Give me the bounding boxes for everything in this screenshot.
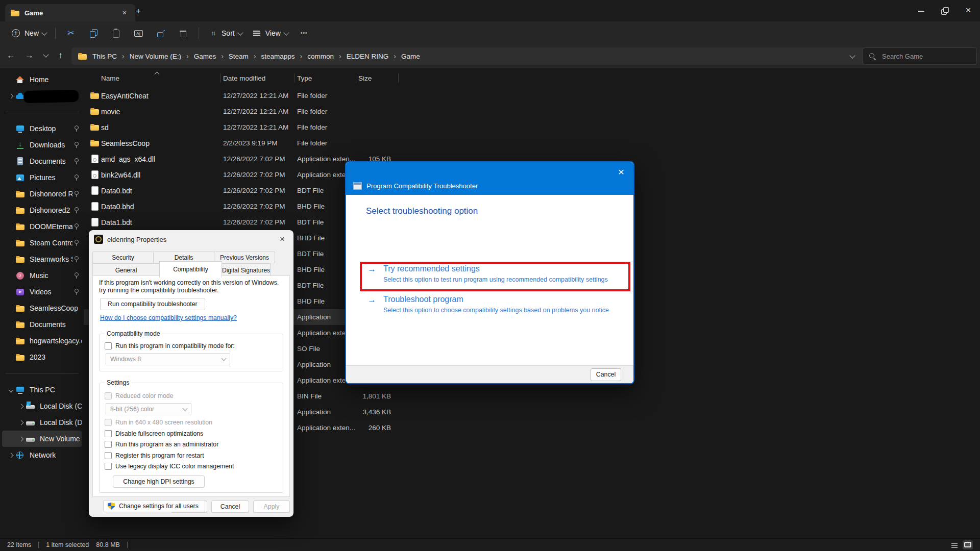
- column-header-name[interactable]: Name: [101, 74, 223, 82]
- file-name: Data0.bhd: [101, 203, 223, 211]
- breadcrumb-item[interactable]: Steam: [229, 52, 261, 60]
- SeamlessCoop[interactable]: SeamlessCoop 2/2/2023 9:19 PM File folde…: [84, 135, 397, 151]
- close-icon[interactable]: [276, 233, 288, 245]
- run-troubleshooter-button[interactable]: Run compatibility troubleshooter: [100, 298, 205, 310]
- column-header-size[interactable]: Size: [358, 74, 391, 82]
- breadcrumb-item[interactable]: Game: [401, 53, 420, 60]
- rename-button[interactable]: [127, 24, 150, 42]
- column-header-type[interactable]: Type: [297, 74, 358, 82]
- checkbox[interactable]: [105, 342, 112, 349]
- sidebar-item[interactable]: New Volume (E:): [2, 431, 82, 447]
- sidebar-item[interactable]: Local Disk (C:): [2, 398, 82, 414]
- sidebar-item[interactable]: SeamlessCoop: [2, 300, 82, 316]
- troubleshooter-option[interactable]: Try recommended settings Select this opt…: [368, 264, 609, 283]
- more-button[interactable]: [293, 24, 315, 42]
- checkbox[interactable]: [105, 452, 112, 459]
- cut-button[interactable]: [60, 24, 82, 42]
- sidebar-item[interactable]: Network: [2, 447, 82, 463]
- checkbox[interactable]: [105, 463, 112, 470]
- sidebar-item-label: DOOMEternal: [30, 222, 72, 231]
- delete-button[interactable]: [172, 24, 194, 42]
- breadcrumb-item[interactable]: This PC: [92, 52, 130, 60]
- sidebar-item[interactable]: Pictures: [2, 169, 82, 186]
- expand-chevron-icon[interactable]: [8, 453, 13, 458]
- EasyAntiCheat[interactable]: EasyAntiCheat 12/27/2022 12:21 AM File f…: [84, 88, 397, 104]
- properties-tab[interactable]: Compatibility: [159, 261, 222, 278]
- file-icon: [90, 170, 100, 180]
- search-input[interactable]: [881, 52, 960, 61]
- breadcrumb-item[interactable]: Games: [194, 52, 229, 60]
- file-name: Data1.bdt: [101, 218, 223, 227]
- troubleshooter-option[interactable]: Troubleshoot program Select this option …: [368, 295, 609, 314]
- sidebar-item[interactable]: Steamworks Sha: [2, 251, 82, 267]
- sidebar-item[interactable]: Desktop: [2, 120, 82, 137]
- checkbox[interactable]: [105, 441, 112, 448]
- tab-game[interactable]: Game: [5, 4, 135, 21]
- reduced-color-checkbox-row: Reduced color mode: [105, 392, 278, 399]
- expand-chevron-icon[interactable]: [18, 404, 23, 409]
- movie[interactable]: movie 12/27/2022 12:21 AM File folder: [84, 104, 397, 119]
- cut-icon: [66, 28, 76, 38]
- sidebar-item[interactable]: DOOMEternal: [2, 218, 82, 235]
- file-date: 12/26/2022 7:02 PM: [223, 155, 297, 163]
- sidebar-item-label: Downloads: [30, 141, 72, 149]
- new-button[interactable]: New: [6, 24, 51, 42]
- sidebar-item[interactable]: Videos: [2, 284, 82, 300]
- sidebar-item[interactable]: Local Disk (D:): [2, 414, 82, 431]
- 640x480-checkbox-row: Run in 640 x 480 screen resolution: [105, 419, 278, 426]
- sort-button[interactable]: Sort: [203, 24, 247, 42]
- minimize-button[interactable]: [910, 0, 933, 21]
- expand-chevron-icon[interactable]: [18, 420, 23, 425]
- recent-locations-button[interactable]: [38, 47, 54, 63]
- sidebar-item[interactable]: Documents: [2, 153, 82, 169]
- copy-button[interactable]: [82, 24, 105, 42]
- back-button[interactable]: ←: [3, 47, 19, 63]
- properties-tab[interactable]: General: [92, 263, 160, 277]
- column-header-date[interactable]: Date modified: [223, 74, 297, 82]
- properties-tab[interactable]: Security: [92, 252, 154, 263]
- breadcrumb-item[interactable]: ELDEN RING: [347, 52, 401, 60]
- paste-button[interactable]: [105, 24, 127, 42]
- sidebar-item[interactable]: Dishonored RHC: [2, 186, 82, 202]
- breadcrumb-item[interactable]: common: [307, 52, 346, 60]
- forward-button[interactable]: →: [21, 47, 37, 63]
- close-icon[interactable]: [614, 165, 628, 180]
- change-dpi-button[interactable]: Change high DPI settings: [113, 475, 205, 488]
- sidebar-item[interactable]: Home: [2, 71, 82, 88]
- sidebar-item[interactable]: [2, 365, 82, 382]
- address-dropdown-icon[interactable]: [849, 53, 855, 58]
- share-button[interactable]: [150, 24, 172, 42]
- sidebar-item[interactable]: Downloads: [2, 137, 82, 153]
- pin-icon: [72, 125, 80, 132]
- sidebar-item[interactable]: 2023: [2, 349, 82, 365]
- expand-chevron-icon[interactable]: [8, 387, 13, 392]
- checkbox[interactable]: [105, 430, 112, 437]
- cancel-button[interactable]: Cancel: [591, 368, 621, 381]
- properties-tab[interactable]: Previous Versions: [214, 252, 275, 263]
- file-date: 12/26/2022 7:02 PM: [223, 187, 297, 194]
- sidebar-item[interactable]: Music: [2, 267, 82, 284]
- new-tab-button[interactable]: [132, 6, 145, 17]
- sidebar-item[interactable]: This PC: [2, 382, 82, 398]
- breadcrumb-item[interactable]: New Volume (E:): [130, 52, 194, 60]
- compatibility-help-link[interactable]: How do I choose compatibility settings m…: [100, 314, 283, 321]
- view-toggles: [949, 540, 973, 549]
- tab-close-icon[interactable]: [119, 7, 130, 18]
- expand-chevron-icon[interactable]: [8, 93, 13, 98]
- details-view-icon[interactable]: [949, 540, 960, 549]
- maximize-button[interactable]: [933, 0, 957, 21]
- expand-chevron-icon[interactable]: [18, 436, 23, 441]
- sidebar-item[interactable]: Dishonored2: [2, 202, 82, 218]
- sidebar-item[interactable]: Documents: [2, 316, 82, 333]
- sidebar-item[interactable]: [2, 104, 82, 120]
- sidebar-item[interactable]: Steam Controlle: [2, 235, 82, 251]
- sd[interactable]: sd 12/27/2022 12:21 AM File folder: [84, 119, 397, 135]
- properties-tab[interactable]: Digital Signatures: [222, 263, 271, 277]
- view-button[interactable]: View: [247, 24, 293, 42]
- breadcrumb-item[interactable]: steamapps: [261, 52, 308, 60]
- close-button[interactable]: [957, 0, 980, 21]
- sidebar-item[interactable]: hogwartslegacy.exe: [2, 333, 82, 349]
- change-all-users-button[interactable]: Change settings for all users: [103, 500, 205, 512]
- thumbnail-view-icon[interactable]: [963, 540, 973, 549]
- up-button[interactable]: ↑: [53, 47, 68, 63]
